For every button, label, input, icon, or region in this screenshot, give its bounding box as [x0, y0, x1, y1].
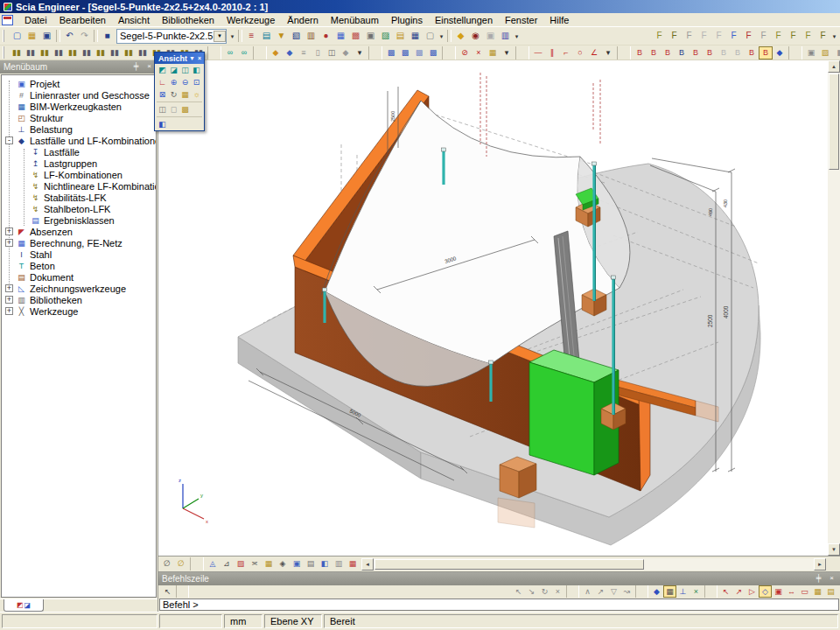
beam-icon[interactable]: B — [675, 46, 689, 60]
ortho-snap-icon[interactable]: ⊥ — [676, 585, 690, 598]
loadcase-icon[interactable]: F — [816, 29, 830, 43]
toolbar-overflow-arrow[interactable]: ▾ — [601, 46, 615, 60]
scroll-up-icon[interactable]: ▲ — [828, 60, 840, 73]
loadcase-icon[interactable]: F — [652, 29, 667, 43]
link-icon[interactable]: ∞ — [237, 46, 251, 60]
beam-icon[interactable]: B — [633, 46, 647, 60]
tool-icon[interactable]: ▦ — [408, 29, 423, 43]
save-icon[interactable]: ▣ — [39, 29, 54, 43]
loadcase-icon[interactable]: F — [741, 29, 756, 43]
tree-item[interactable]: I Stahl — [2, 248, 156, 260]
tool-icon[interactable]: ◆ — [453, 29, 468, 43]
menu-item[interactable]: Ändern — [281, 14, 324, 26]
selection-tool-icon[interactable]: ▮▮ — [10, 46, 24, 60]
tool-icon[interactable]: ● — [318, 29, 333, 43]
toolbar-overflow-arrow[interactable]: ▾ — [513, 29, 521, 43]
circle-icon[interactable]: ○ — [573, 46, 587, 60]
tree-item[interactable]: ⊥ Belastung — [2, 123, 156, 135]
redo-icon[interactable]: ↷ — [77, 29, 92, 43]
toolbar-separator[interactable] — [253, 46, 267, 60]
grid-snap-icon[interactable]: ▦ — [663, 585, 676, 598]
toolbar-separator[interactable] — [368, 46, 382, 60]
tool-icon[interactable]: ▩ — [348, 29, 363, 43]
shadow-display-icon[interactable]: ◈ — [276, 557, 290, 570]
tool-icon[interactable]: ▨ — [378, 29, 393, 43]
toolbar-separator[interactable] — [56, 30, 60, 42]
toolbar-overflow-arrow[interactable]: ▾ — [228, 29, 236, 43]
tree-item[interactable]: + ◤ Absenzen — [2, 226, 156, 237]
project-combobox[interactable]: Segel-5-Punkte-2x2.5 ▼ — [116, 29, 227, 44]
view-axo-icon[interactable]: ◩ — [157, 65, 168, 75]
selection-tool-icon[interactable]: ▮▮ — [108, 46, 122, 60]
vertical-scroll-track[interactable] — [828, 171, 840, 543]
view-y-icon[interactable]: ◫ — [179, 65, 191, 75]
save-view-icon[interactable]: ▣ — [804, 46, 818, 60]
beam-icon[interactable]: B — [647, 46, 661, 60]
load-display-icon[interactable]: ▨ — [234, 557, 248, 570]
menu-item[interactable]: Ansicht — [112, 14, 156, 26]
level-display-icon[interactable]: ≍ — [248, 557, 262, 570]
vertex-snap-icon[interactable]: ∧ — [581, 585, 594, 598]
tree-expander[interactable]: + — [5, 239, 13, 247]
clip-plane-icon[interactable]: ∅ — [160, 557, 174, 570]
toolbar-overflow-arrow[interactable]: ▾ — [438, 29, 445, 43]
toolbar-separator[interactable] — [442, 46, 456, 60]
loadcase-icon[interactable]: F — [801, 29, 816, 43]
toolbar-overflow-arrow[interactable]: ▾ — [830, 29, 838, 43]
tree-expander[interactable]: + — [5, 284, 13, 292]
view-x-icon[interactable]: ◪ — [168, 65, 179, 75]
loadcase-icon[interactable]: F — [696, 29, 711, 43]
combo-dropdown-arrow[interactable]: ▼ — [214, 31, 226, 42]
tree-expander[interactable]: - — [5, 136, 13, 144]
dimension-pair-icon[interactable]: ∥ — [545, 46, 559, 60]
tree-expander[interactable]: + — [5, 228, 13, 235]
tool-icon[interactable]: ▢ — [423, 29, 438, 43]
tool-icon[interactable]: ▦ — [333, 29, 348, 43]
beam-icon[interactable]: B — [661, 46, 675, 60]
toolbar-grip[interactable] — [3, 30, 7, 42]
new-icon[interactable]: ▢ — [10, 29, 24, 43]
folder-icon[interactable]: ▦ — [486, 46, 500, 60]
menu-item[interactable]: Hilfe — [543, 14, 575, 26]
edge-snap-icon[interactable]: ↗ — [594, 585, 607, 598]
horizontal-scroll-thumb[interactable] — [374, 559, 644, 570]
midpoint-snap-icon[interactable]: ▽ — [607, 585, 620, 598]
select-arrow-icon[interactable]: ↘ — [525, 585, 538, 598]
scroll-down-icon[interactable]: ▼ — [828, 543, 840, 556]
tool-icon[interactable]: ▧ — [289, 29, 304, 43]
status-unit[interactable]: mm — [224, 614, 262, 628]
loadcase-icon[interactable]: F — [786, 29, 801, 43]
tree-item[interactable]: + ▥ Bibliotheken — [2, 294, 156, 305]
tree-item[interactable]: - ◆ Lastfälle und LF-Kombinationen — [2, 135, 156, 146]
toolbar-separator[interactable] — [515, 46, 529, 60]
loadcase-icon[interactable]: F — [756, 29, 771, 43]
tool-icon[interactable]: ▤ — [393, 29, 408, 43]
tool-icon[interactable]: ◉ — [468, 29, 483, 43]
center-snap-icon[interactable]: ▣ — [772, 585, 785, 598]
select-arrow-icon[interactable]: ↖ — [512, 585, 525, 598]
toolbar-overflow-arrow[interactable]: ▾ — [500, 46, 514, 60]
layer-icon[interactable]: ▮ — [832, 46, 840, 60]
view-z-icon[interactable]: ◧ — [191, 65, 202, 75]
tree-expander[interactable]: + — [5, 307, 13, 315]
tool-icon[interactable]: ▣ — [363, 29, 378, 43]
render-box-icon[interactable]: ▦ — [179, 89, 191, 100]
toolbar-separator[interactable] — [566, 585, 579, 598]
toolbar-separator[interactable] — [207, 46, 221, 60]
menu-item[interactable]: Bibliotheken — [156, 14, 220, 26]
loadcase-icon[interactable]: F — [726, 29, 741, 43]
selection-tool-icon[interactable]: ▮▮ — [136, 46, 150, 60]
tool-icon[interactable]: ◫ — [325, 46, 339, 60]
window-tool-icon[interactable]: ▩ — [384, 46, 398, 60]
intersection-snap-icon[interactable]: × — [690, 585, 703, 598]
result-display-icon[interactable]: ▦ — [346, 557, 360, 570]
tree-item[interactable]: ↯ LF-Kombinationen — [2, 169, 156, 180]
dimension-line-icon[interactable]: — — [531, 46, 545, 60]
toolbar-separator[interactable] — [447, 30, 452, 42]
status-plane[interactable]: Ebene XY — [264, 614, 322, 628]
toolbar-separator[interactable] — [190, 557, 204, 570]
toolbar-separator[interactable] — [704, 585, 718, 598]
chevron-down-icon[interactable]: ▼ — [189, 55, 195, 61]
pin-icon[interactable]: ╪ — [814, 574, 823, 584]
model-canvas[interactable]: 2500 4000 490 430 5000 3000 2500 z — [158, 60, 828, 556]
